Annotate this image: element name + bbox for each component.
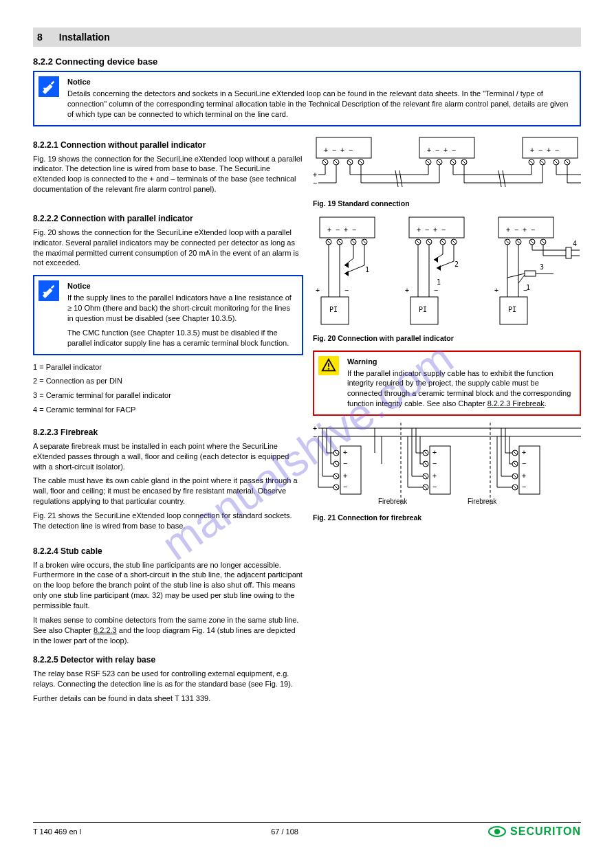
fig21-caption: Fig. 21 Connection for firebreak <box>313 513 581 522</box>
warning-body: If the parallel indicator supply cable h… <box>347 368 574 409</box>
svg-line-172 <box>513 451 517 455</box>
heading-8-2-2-2: 8.2.2.2 Connection with parallel indicat… <box>33 214 303 223</box>
svg-text:−: − <box>313 179 317 187</box>
subsection-heading-8-2-2: 8.2.2 Connecting device base <box>33 56 581 67</box>
footer-brand: SECURITON <box>510 825 581 838</box>
svg-line-132 <box>334 474 338 478</box>
svg-text:+ − + −: + − + − <box>530 146 559 154</box>
para-firebreak-2: The cable must have its own cable gland … <box>33 476 303 507</box>
para-parallel: Fig. 20 shows the connection for the Sec… <box>33 227 303 268</box>
svg-line-65 <box>362 240 366 244</box>
svg-text:1: 1 <box>365 266 369 274</box>
svg-line-41 <box>399 170 402 187</box>
svg-line-155 <box>424 474 428 478</box>
svg-line-40 <box>395 170 398 187</box>
fig20-legend-2: 2 = Connection as per DIN <box>33 376 303 386</box>
stub-link[interactable]: 8.2.2.3 <box>94 626 117 634</box>
fig20-legend-3: 3 = Ceramic terminal for parallel indica… <box>33 390 303 401</box>
svg-line-98 <box>505 240 509 244</box>
footer-left: T 140 469 en l <box>33 827 81 836</box>
svg-line-29 <box>565 160 569 164</box>
svg-line-23 <box>529 160 534 164</box>
svg-point-119 <box>328 368 329 369</box>
heading-8-2-2-5: 8.2.2.5 Detector with relay base <box>33 655 303 665</box>
svg-text:+: + <box>313 171 317 179</box>
header-section-number: 8 <box>37 32 43 43</box>
svg-line-27 <box>554 160 558 164</box>
svg-text:2: 2 <box>454 260 459 268</box>
svg-text:+: + <box>343 472 347 480</box>
svg-point-194 <box>494 829 500 834</box>
svg-rect-107 <box>566 247 571 258</box>
header-section-title: Installation <box>59 32 110 43</box>
svg-line-9 <box>359 160 363 164</box>
svg-text:−: − <box>522 460 526 467</box>
fig20-caption: Fig. 20 Connection with parallel indicat… <box>313 334 581 342</box>
svg-text:−: − <box>522 483 526 491</box>
fig20-legend-4: 4 = Ceramic terminal for FACP <box>33 405 303 415</box>
warning-icon <box>318 356 339 375</box>
svg-line-63 <box>351 240 355 244</box>
para-conn: Fig. 19 shows the connection for the Sec… <box>33 154 303 194</box>
svg-line-153 <box>424 462 428 466</box>
fig20-legend-1: 1 = Parallel indicator <box>33 362 303 372</box>
svg-rect-111 <box>525 271 536 276</box>
svg-text:−: − <box>343 483 347 491</box>
svg-text:Firebreak: Firebreak <box>378 498 408 505</box>
svg-marker-87 <box>434 257 438 263</box>
svg-text:−: − <box>343 460 347 467</box>
footer-logo: SECURITON <box>488 825 581 838</box>
svg-text:PI: PI <box>329 306 338 313</box>
para-stub-2: It makes sense to combine detectors from… <box>33 615 303 646</box>
svg-line-49 <box>503 170 505 187</box>
warning-link[interactable]: 8.2.2.3 Firebreak <box>487 399 545 408</box>
svg-text:PI: PI <box>419 306 427 313</box>
svg-line-13 <box>426 160 430 164</box>
svg-line-48 <box>498 170 501 187</box>
svg-line-176 <box>513 474 517 478</box>
right-column: + − + − + − + − + − + − <box>313 136 581 708</box>
svg-text:3: 3 <box>540 263 544 271</box>
svg-text:+: + <box>494 287 498 294</box>
para-firebreak-1: A separate firebreak must be installed i… <box>33 441 303 472</box>
svg-line-130 <box>334 462 338 466</box>
top-notice-body: Details concerning the detectors and soc… <box>67 89 574 120</box>
svg-line-17 <box>451 160 455 164</box>
heading-8-2-2-4: 8.2.2.4 Stub cable <box>33 546 303 556</box>
svg-line-134 <box>334 485 338 489</box>
svg-line-157 <box>424 485 428 489</box>
svg-line-128 <box>334 451 338 455</box>
heading-8-2-2-1: 8.2.2.1 Connection without parallel indi… <box>33 140 303 150</box>
svg-text:PI: PI <box>508 306 516 313</box>
para-stub-1: If a broken wire occurs, the stub line p… <box>33 560 303 611</box>
left-column: 8.2.2.1 Connection without parallel indi… <box>33 136 303 708</box>
notice-icon <box>39 280 59 301</box>
top-notice-box: Notice Details concerning the detectors … <box>33 71 581 126</box>
svg-text:−: − <box>432 460 437 467</box>
svg-line-59 <box>327 240 331 244</box>
svg-line-100 <box>516 240 520 244</box>
fig20-diagram: + − + − PI +− 1 <box>313 216 581 333</box>
svg-line-15 <box>437 160 441 164</box>
eye-icon <box>488 826 506 837</box>
notice-icon <box>39 76 59 97</box>
para-relay-2: Further details can be found in data she… <box>33 693 303 704</box>
svg-text:+ − + −: + − + − <box>327 226 356 234</box>
svg-text:+: + <box>522 472 526 480</box>
para-firebreak-3: Fig. 21 shows the SecuriLine eXtended lo… <box>33 511 303 531</box>
footer-center: 67 / 108 <box>271 827 298 836</box>
svg-line-3 <box>323 160 327 164</box>
svg-line-80 <box>427 240 431 244</box>
svg-text:Firebreak: Firebreak <box>468 498 497 505</box>
footer: T 140 469 en l 67 / 108 SECURITON <box>33 822 581 838</box>
svg-text:+: + <box>522 449 526 456</box>
svg-text:+: + <box>316 287 320 294</box>
parallel-notice-body-1: If the supply lines to the parallel indi… <box>67 293 296 324</box>
svg-line-151 <box>424 451 428 455</box>
svg-text:+: + <box>313 425 317 432</box>
svg-line-5 <box>334 160 338 164</box>
svg-line-178 <box>513 485 517 489</box>
svg-text:+ − + −: + − + − <box>427 146 456 154</box>
svg-line-82 <box>441 240 445 244</box>
svg-text:−: − <box>344 287 349 294</box>
